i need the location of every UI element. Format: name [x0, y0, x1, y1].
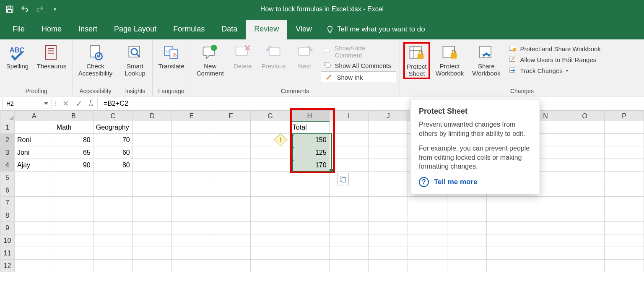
cell-H6[interactable] [290, 184, 329, 197]
cell-E10[interactable] [172, 234, 211, 247]
cell-A3[interactable]: Joni [14, 146, 54, 159]
cell-J7[interactable] [369, 197, 408, 209]
cell-H9[interactable] [290, 222, 329, 234]
spelling-button[interactable]: ABC Spelling [3, 42, 31, 71]
cell-J9[interactable] [369, 222, 408, 234]
cell-C7[interactable] [93, 197, 132, 209]
cell-E5[interactable] [172, 172, 211, 184]
cell-C12[interactable] [93, 260, 132, 272]
cell-D8[interactable] [132, 209, 172, 222]
cell-G4[interactable] [251, 159, 290, 172]
cell-G3[interactable] [251, 146, 290, 159]
cell-B10[interactable] [54, 234, 93, 247]
cell-H1[interactable]: Total [290, 121, 329, 134]
cell-N10[interactable] [526, 234, 565, 247]
column-header-J[interactable]: J [369, 111, 408, 121]
previous-comment-button[interactable]: Previous [259, 42, 289, 71]
cell-O9[interactable] [565, 222, 605, 234]
cell-G6[interactable] [251, 184, 290, 197]
tab-review[interactable]: Review [246, 20, 287, 39]
row-header-8[interactable]: 8 [0, 209, 15, 222]
cell-H11[interactable] [290, 247, 329, 260]
cell-H7[interactable] [290, 197, 329, 209]
cell-O1[interactable] [565, 121, 605, 134]
cell-J8[interactable] [369, 209, 408, 222]
tab-data[interactable]: Data [213, 20, 246, 39]
cell-P11[interactable] [605, 247, 644, 260]
cell-I3[interactable] [329, 146, 369, 159]
cell-J6[interactable] [369, 184, 408, 197]
tab-insert[interactable]: Insert [70, 20, 106, 39]
cell-D12[interactable] [132, 260, 172, 272]
cell-E3[interactable] [172, 146, 211, 159]
cell-F7[interactable] [211, 197, 251, 209]
cell-P3[interactable] [605, 146, 644, 159]
cell-D9[interactable] [132, 222, 172, 234]
show-ink-button[interactable]: Show Ink [321, 71, 396, 83]
cell-L7[interactable] [447, 197, 487, 209]
tab-file[interactable]: File [4, 20, 33, 39]
customize-qat-icon[interactable]: ▾ [50, 5, 60, 14]
row-header-3[interactable]: 3 [0, 146, 15, 159]
column-header-G[interactable]: G [251, 111, 290, 121]
redo-icon[interactable] [35, 5, 44, 14]
cell-C5[interactable] [93, 172, 132, 184]
cell-P10[interactable] [605, 234, 644, 247]
cell-D1[interactable] [132, 121, 172, 134]
cell-A6[interactable] [14, 184, 54, 197]
cell-J12[interactable] [369, 260, 408, 272]
cell-G1[interactable] [251, 121, 290, 134]
cell-O10[interactable] [565, 234, 605, 247]
cell-N12[interactable] [526, 260, 565, 272]
cell-D10[interactable] [132, 234, 172, 247]
row-header-12[interactable]: 12 [0, 260, 15, 272]
cell-I12[interactable] [329, 260, 369, 272]
share-workbook-button[interactable]: Share Workbook [469, 42, 503, 78]
allow-users-edit-button[interactable]: Allow Users to Edit Ranges [506, 55, 603, 65]
cell-D2[interactable] [132, 134, 172, 146]
cell-A7[interactable] [14, 197, 54, 209]
cell-J1[interactable] [369, 121, 408, 134]
cell-I4[interactable] [329, 159, 369, 172]
cell-F1[interactable] [211, 121, 251, 134]
cell-B8[interactable] [54, 209, 93, 222]
cell-G10[interactable] [251, 234, 290, 247]
cell-I10[interactable] [329, 234, 369, 247]
row-header-2[interactable]: 2 [0, 134, 15, 146]
save-icon[interactable] [5, 5, 14, 14]
cell-J5[interactable] [369, 172, 408, 184]
cell-I7[interactable] [329, 197, 369, 209]
cell-D3[interactable] [132, 146, 172, 159]
cell-J4[interactable] [369, 159, 408, 172]
enter-icon[interactable]: ✓ [75, 99, 83, 109]
row-header-5[interactable]: 5 [0, 172, 15, 184]
cell-P5[interactable] [605, 172, 644, 184]
cell-A5[interactable] [14, 172, 54, 184]
column-header-A[interactable]: A [14, 111, 54, 121]
cell-E9[interactable] [172, 222, 211, 234]
column-header-D[interactable]: D [132, 111, 172, 121]
cell-E2[interactable] [172, 134, 211, 146]
cell-F12[interactable] [211, 260, 251, 272]
row-header-10[interactable]: 10 [0, 234, 15, 247]
cell-G8[interactable] [251, 209, 290, 222]
cell-J3[interactable] [369, 146, 408, 159]
cell-N11[interactable] [526, 247, 565, 260]
cell-H3[interactable]: 125 [290, 146, 329, 159]
cell-M8[interactable] [486, 209, 526, 222]
cell-P6[interactable] [605, 184, 644, 197]
cell-C3[interactable]: 60 [93, 146, 132, 159]
cell-F6[interactable] [211, 184, 251, 197]
undo-icon[interactable] [20, 5, 29, 14]
cell-L12[interactable] [447, 260, 487, 272]
cell-H5[interactable] [290, 172, 329, 184]
cell-A12[interactable] [14, 260, 54, 272]
cell-E6[interactable] [172, 184, 211, 197]
cell-B2[interactable]: 80 [54, 134, 93, 146]
cell-E1[interactable] [172, 121, 211, 134]
worksheet-grid[interactable]: ABCDEFGHIJKLMNOP1MathGeographyTotal2Roni… [0, 111, 644, 272]
tell-me-more-link[interactable]: ? Tell me more [419, 177, 531, 187]
cell-C1[interactable]: Geography [93, 121, 132, 134]
cell-F2[interactable] [211, 134, 251, 146]
cell-A4[interactable]: Ajay [14, 159, 54, 172]
